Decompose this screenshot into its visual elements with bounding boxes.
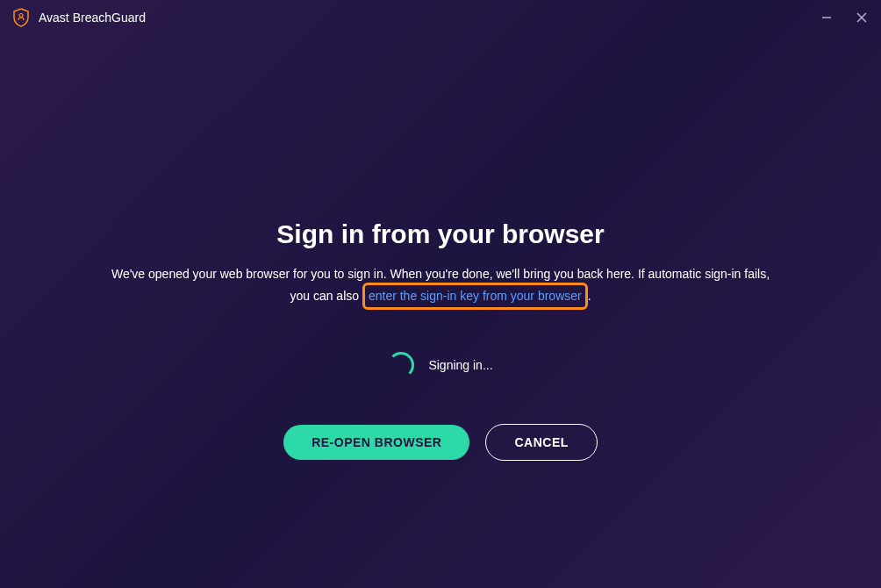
titlebar: Avast BreachGuard (0, 0, 881, 35)
app-title: Avast BreachGuard (39, 11, 146, 25)
page-heading: Sign in from your browser (276, 219, 604, 249)
close-icon[interactable] (855, 11, 869, 25)
status-text: Signing in... (428, 358, 492, 372)
loading-spinner-icon (388, 352, 414, 378)
enter-signin-key-link[interactable]: enter the sign-in key from your browser (362, 283, 588, 309)
main-content: Sign in from your browser We've opened y… (0, 35, 881, 461)
avast-shield-icon (12, 8, 30, 27)
button-row: RE-OPEN BROWSER CANCEL (283, 424, 598, 461)
cancel-button[interactable]: CANCEL (485, 424, 597, 461)
titlebar-left: Avast BreachGuard (12, 8, 146, 27)
reopen-browser-button[interactable]: RE-OPEN BROWSER (283, 425, 469, 460)
minimize-icon[interactable] (820, 11, 834, 25)
svg-point-0 (19, 14, 23, 18)
description-part2: . (588, 289, 591, 303)
status-row: Signing in... (388, 352, 492, 378)
window-controls (820, 11, 869, 25)
description-text: We've opened your web browser for you to… (107, 265, 774, 310)
